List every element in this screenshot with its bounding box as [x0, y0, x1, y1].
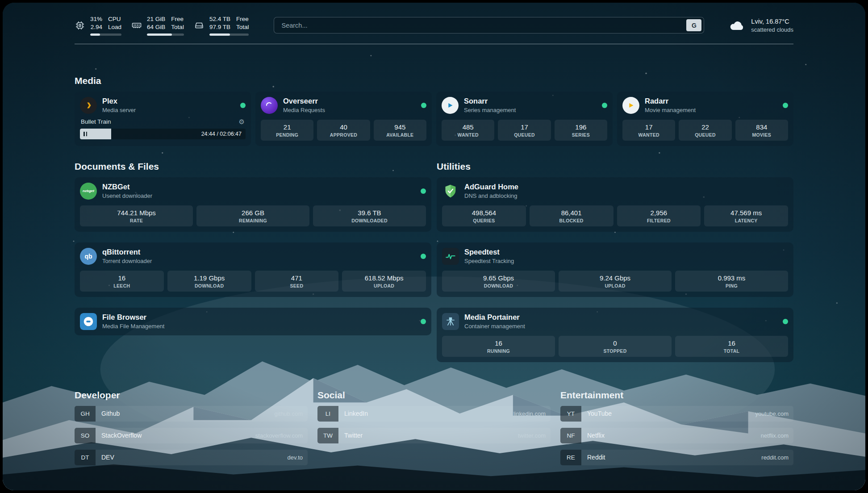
radarr-icon — [622, 97, 639, 114]
stat-movies: 834 MOVIES — [735, 120, 788, 141]
bookmark-url: linkedin.com — [513, 410, 546, 417]
service-description: Series management — [464, 107, 516, 113]
stat-running: 16 RUNNING — [442, 336, 555, 357]
service-card-overseerr[interactable]: Overseerr Media Requests 21 PENDING 40 A… — [255, 92, 432, 146]
bookmark-name: Reddit — [587, 454, 605, 461]
section-title-developer: Developer — [75, 390, 308, 401]
pause-icon[interactable] — [83, 132, 87, 136]
stat-downloaded: 39.6 TB DOWNLOADED — [313, 205, 426, 226]
memory-free: 21 GiB — [147, 15, 165, 23]
stat-blocked: 86,401 BLOCKED — [530, 205, 613, 226]
media-progress-bar: 24:44 / 02:06:47 — [80, 129, 246, 139]
service-card-nzbget[interactable]: nzbget NZBGet Usenet downloader 744.21 M… — [75, 177, 431, 232]
service-description: Media File Management — [102, 323, 164, 330]
service-card-qbittorrent[interactable]: qb qBittorrent Torrent downloader 16 LEE… — [75, 242, 431, 297]
bookmark-stackoverflow[interactable]: SO StackOverflow stackoverflow.com — [75, 428, 308, 443]
bookmark-abbr: YT — [560, 406, 581, 422]
stat-download: 1.19 Gbps DOWNLOAD — [167, 271, 251, 292]
section-media: Media Plex Media server — [75, 75, 793, 146]
stat-stopped: 0 STOPPED — [559, 336, 672, 357]
status-dot — [421, 103, 426, 108]
bookmark-twitter[interactable]: TW Twitter twitter.com — [317, 428, 551, 443]
stat-download: 9.65 Gbps DOWNLOAD — [442, 271, 555, 292]
adguard-icon — [442, 183, 459, 200]
service-name: qBittorrent — [102, 248, 152, 256]
memory-progress-fill — [147, 33, 171, 36]
bookmark-name: DEV — [101, 454, 114, 461]
stat-leech: 16 LEECH — [80, 271, 164, 292]
bookmark-url: github.com — [274, 410, 303, 417]
disk-total: 97.9 TB — [209, 23, 230, 31]
memory-progress-bar — [147, 33, 184, 36]
service-description: DNS and adblocking — [464, 192, 518, 199]
service-card-speedtest[interactable]: Speedtest Speedtest Tracking 9.65 Gbps D… — [437, 242, 793, 297]
bookmark-abbr: NF — [560, 428, 581, 443]
service-card-portainer[interactable]: Media Portainer Container management 16 … — [437, 308, 793, 362]
bookmark-group-developer: Developer GH Github github.com SO StackO… — [75, 390, 308, 472]
weather-widget: Lviv, 16.87°C scattered clouds — [728, 18, 793, 33]
disk-label-top: Free — [236, 15, 249, 23]
weather-location: Lviv, 16.87°C — [751, 18, 793, 25]
playback-time: 24:44 / 02:06:47 — [201, 131, 242, 137]
bookmark-netflix[interactable]: NF Netflix netflix.com — [560, 428, 793, 443]
section-title-social: Social — [317, 390, 551, 401]
search-input[interactable] — [280, 21, 686, 29]
stat-approved: 40 APPROVED — [317, 120, 370, 141]
service-name: Plex — [102, 97, 136, 105]
dashboard-window: 31% 2.94 CPU Load — [3, 3, 865, 490]
status-dot — [421, 254, 426, 259]
bookmark-linkedin[interactable]: LI LinkedIn linkedin.com — [317, 406, 551, 422]
bookmark-github[interactable]: GH Github github.com — [75, 406, 308, 422]
cloud-icon — [728, 18, 745, 33]
stat-queries: 498,564 QUERIES — [442, 205, 526, 226]
qbittorrent-icon: qb — [80, 248, 97, 265]
plex-icon — [80, 97, 97, 114]
search-provider-button[interactable]: G — [686, 19, 701, 31]
bookmark-name: StackOverflow — [101, 432, 142, 439]
bookmark-abbr: RE — [560, 450, 581, 465]
cpu-label-bottom: Load — [108, 23, 121, 31]
service-card-plex[interactable]: Plex Media server Bullet Train ⚙ 24:44 /… — [75, 92, 251, 146]
service-description: Movie management — [645, 107, 696, 113]
search-bar: G — [274, 17, 704, 33]
cpu-widget: 31% 2.94 CPU Load — [75, 15, 121, 36]
bookmark-reddit[interactable]: RE Reddit reddit.com — [560, 450, 793, 465]
stat-remaining: 266 GB REMAINING — [196, 205, 309, 226]
service-name: Overseerr — [283, 97, 325, 105]
disk-label-bottom: Total — [236, 23, 249, 31]
status-dot — [783, 103, 788, 108]
cpu-load: 2.94 — [91, 23, 102, 31]
portainer-icon — [442, 313, 459, 330]
service-card-sonarr[interactable]: Sonarr Series management 485 WANTED 17 Q… — [436, 92, 613, 146]
bookmark-abbr: LI — [317, 406, 338, 422]
bookmark-name: Twitter — [344, 432, 363, 439]
gear-icon[interactable]: ⚙ — [239, 118, 245, 125]
service-card-adguard[interactable]: AdGuard Home DNS and adblocking 498,564 … — [437, 177, 793, 232]
disk-progress-bar — [209, 33, 249, 36]
status-dot — [421, 319, 426, 324]
bookmark-youtube[interactable]: YT YouTube youtube.com — [560, 406, 793, 422]
service-name: NZBGet — [102, 183, 152, 191]
memory-widget: 21 GiB 64 GiB Free Total — [131, 15, 184, 36]
section-documents: Documents & Files nzbget NZBGet Usenet d… — [75, 161, 431, 362]
bookmark-url: stackoverflow.com — [255, 432, 303, 439]
stat-filtered: 2,956 FILTERED — [617, 205, 701, 226]
stat-series: 196 SERIES — [555, 120, 607, 141]
disk-free: 52.4 TB — [209, 15, 230, 23]
bookmark-group-social: Social LI LinkedIn linkedin.com TW Twitt… — [317, 390, 551, 472]
service-name: Speedtest — [464, 248, 514, 256]
section-title-entertainment: Entertainment — [560, 390, 793, 401]
weather-condition: scattered clouds — [751, 26, 793, 33]
nzbget-icon: nzbget — [80, 183, 97, 200]
service-description: Torrent downloader — [102, 258, 152, 264]
memory-label-bottom: Total — [171, 23, 184, 31]
bookmark-abbr: DT — [75, 450, 96, 465]
cpu-usage: 31% — [90, 15, 102, 23]
disk-progress-fill — [209, 33, 230, 36]
stat-queued: 17 QUEUED — [498, 120, 551, 141]
service-card-filebrowser[interactable]: File Browser Media File Management — [75, 308, 431, 335]
status-dot — [421, 188, 426, 194]
cpu-progress-fill — [90, 33, 100, 36]
service-card-radarr[interactable]: Radarr Movie management 17 WANTED 22 QUE… — [617, 92, 793, 146]
bookmark-dev[interactable]: DT DEV dev.to — [75, 450, 308, 465]
